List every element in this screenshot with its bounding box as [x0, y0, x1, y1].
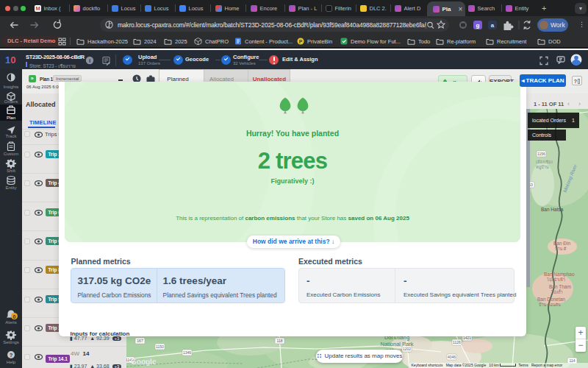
svg-text:167: 167: [137, 339, 143, 343]
svg-text:บ้าน ดี: บ้าน ดี: [555, 247, 567, 251]
svg-text:Google: Google: [131, 358, 157, 366]
svg-text:1156: 1156: [537, 152, 545, 156]
svg-text:P: P: [299, 39, 303, 44]
svg-text:Ban Tham: Ban Tham: [549, 284, 571, 289]
svg-text:1150: 1150: [156, 344, 164, 349]
svg-text:i: i: [89, 57, 90, 64]
svg-text:โป่งนำเฟ้า: โป่งนำเฟ้า: [547, 277, 565, 282]
svg-text:โป่งถ้ำ: โป่งถ้ำ: [551, 289, 563, 294]
svg-text:Ban Hatsa: Ban Hatsa: [541, 207, 564, 212]
svg-text:4046: 4046: [448, 355, 456, 359]
svg-text:1126: 1126: [453, 340, 461, 344]
svg-text:บ้าน ดอนตัน: บ้าน ดอนตัน: [539, 302, 561, 307]
svg-text:0: 0: [13, 314, 16, 319]
svg-text:118: 118: [277, 339, 283, 343]
svg-text:1346: 1346: [183, 350, 191, 355]
svg-text:เมืองเชียง: เมืองเชียง: [536, 160, 553, 164]
svg-text:a: a: [491, 22, 495, 29]
svg-text:Ban Namphao: Ban Namphao: [544, 272, 575, 277]
svg-text:Ban Đin: Ban Đin: [553, 241, 571, 246]
svg-text:g: g: [476, 22, 480, 29]
svg-text:1202: 1202: [403, 347, 411, 351]
svg-text:Ban Donetan: Ban Donetan: [537, 297, 565, 302]
svg-text:หมู่บ้าน: หมู่บ้าน: [536, 165, 549, 170]
svg-text:?: ?: [10, 352, 13, 358]
